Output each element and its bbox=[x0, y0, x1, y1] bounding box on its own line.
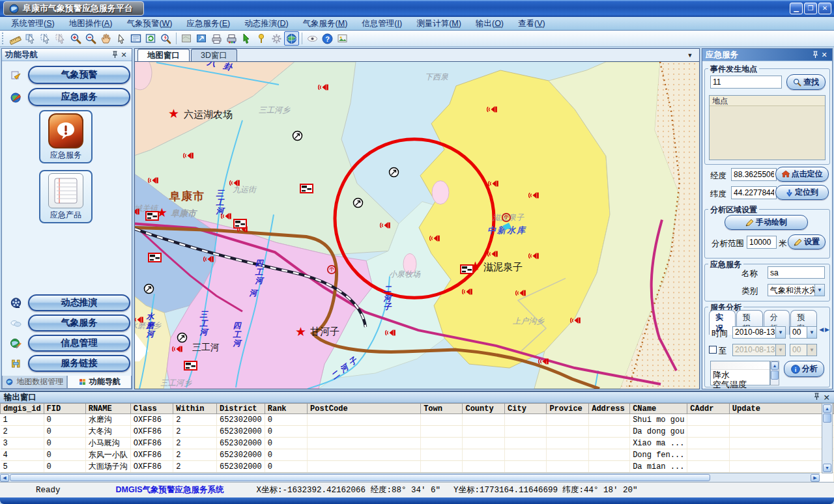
analyze-button[interactable]: i 分析 bbox=[784, 361, 824, 377]
big-button-应急服务[interactable]: 应急服务 bbox=[39, 110, 93, 163]
column-header-RNAME[interactable]: RNAME bbox=[85, 404, 130, 414]
column-header-District[interactable]: District bbox=[216, 404, 265, 414]
column-header-Address[interactable]: Address bbox=[589, 404, 630, 414]
scroll-left-icon[interactable]: ◀ bbox=[0, 474, 9, 482]
nav-button-动态推演[interactable]: 动态推演 bbox=[28, 294, 130, 311]
map-tab-dropdown-icon[interactable]: ▼ bbox=[685, 51, 695, 60]
column-header-FID[interactable]: FID bbox=[44, 404, 85, 414]
column-header-Rank[interactable]: Rank bbox=[265, 404, 307, 414]
big-button-应急产品[interactable]: 应急产品 bbox=[39, 170, 93, 223]
close-icon[interactable]: ✕ bbox=[119, 51, 128, 59]
pick-feature-icon[interactable] bbox=[239, 31, 254, 46]
column-header-CAddr[interactable]: CAddr bbox=[687, 404, 729, 414]
manual-draw-button[interactable]: 手动绘制 bbox=[725, 215, 808, 230]
minimize-button[interactable]: ▁ bbox=[790, 3, 803, 14]
weather-element-list[interactable]: 降水空气温度 bbox=[710, 361, 770, 385]
to-checkbox[interactable] bbox=[709, 346, 717, 354]
column-header-Within[interactable]: Within bbox=[173, 404, 217, 414]
click-locate-button[interactable]: 点击定位 bbox=[775, 167, 829, 182]
service-globe-icon[interactable] bbox=[284, 31, 299, 46]
menu-item-M[interactable]: 测量计算(M) bbox=[409, 17, 468, 31]
export-map-icon[interactable] bbox=[194, 31, 209, 46]
table-row[interactable]: 30小马厩沟OXFF8626523020000Xiao ma ... bbox=[1, 438, 834, 449]
left-tab-地图数据管理[interactable]: 地图数据管理 bbox=[2, 376, 67, 389]
menu-item-O[interactable]: 输出(O) bbox=[468, 17, 511, 31]
select-area-icon[interactable] bbox=[38, 31, 53, 46]
menu-item-S[interactable]: 系统管理(S) bbox=[4, 17, 62, 31]
nav-button-气象服务[interactable]: 气象服务 bbox=[28, 315, 130, 331]
column-header-PostCode[interactable]: PostCode bbox=[308, 404, 421, 414]
pan-icon[interactable] bbox=[98, 31, 113, 46]
locate-to-button[interactable]: 定位到 bbox=[775, 185, 829, 200]
identify-icon[interactable] bbox=[158, 31, 173, 46]
select-elements-icon[interactable] bbox=[23, 31, 38, 46]
table-row[interactable]: 40东风一小队OXFF8626523020000Dong fen... bbox=[1, 449, 834, 461]
measure-icon[interactable] bbox=[8, 31, 23, 46]
clear-selection-icon[interactable] bbox=[53, 31, 68, 46]
menu-item-D[interactable]: 动态推演(D) bbox=[237, 17, 295, 31]
menu-item-W[interactable]: 气象预警(W) bbox=[119, 17, 179, 31]
scroll-right-icon[interactable]: ▶ bbox=[825, 326, 829, 333]
menu-item-A[interactable]: 地图操作(A) bbox=[62, 17, 120, 31]
close-icon[interactable]: ✕ bbox=[820, 51, 829, 59]
search-button[interactable]: 查找 bbox=[786, 74, 826, 90]
location-search-input[interactable] bbox=[710, 76, 782, 89]
pin-icon[interactable] bbox=[814, 393, 820, 402]
scroll-up-icon[interactable]: ▲ bbox=[823, 404, 831, 413]
table-row[interactable]: 50大面场子沟OXFF8626523020000Da mian ... bbox=[1, 461, 834, 473]
column-header-Class[interactable]: Class bbox=[130, 404, 173, 414]
zoom-out-icon[interactable] bbox=[83, 31, 98, 46]
hour-from-select[interactable]: 00 ▼ bbox=[790, 326, 817, 339]
date-from-select[interactable]: 2010-08-13 ▼ bbox=[732, 326, 786, 339]
map-tab-3D窗口[interactable]: 3D窗口 bbox=[191, 49, 237, 61]
longitude-input[interactable] bbox=[731, 168, 777, 181]
list-item[interactable]: 空气温度 bbox=[711, 380, 769, 389]
scroll-thumb[interactable] bbox=[771, 371, 779, 380]
nav-button-应急服务[interactable]: 应急服务 bbox=[28, 88, 130, 106]
menu-item-M[interactable]: 气象服务(M) bbox=[296, 17, 355, 31]
vertical-scrollbar[interactable]: ▲ ▼ bbox=[822, 403, 833, 473]
column-header-Town[interactable]: Town bbox=[421, 404, 463, 414]
table-row[interactable]: 20大冬沟OXFF8626523020000Da dong gou bbox=[1, 426, 834, 438]
scroll-thumb[interactable] bbox=[823, 413, 831, 423]
print-icon[interactable] bbox=[209, 31, 224, 46]
column-header-Provice[interactable]: Provice bbox=[547, 404, 589, 414]
pointer-icon[interactable] bbox=[113, 31, 128, 46]
visibility-eye-icon[interactable] bbox=[305, 31, 320, 46]
help-icon[interactable]: ? bbox=[320, 31, 335, 46]
full-extent-icon[interactable] bbox=[128, 31, 143, 46]
horizontal-scrollbar[interactable]: ◀ ▶ bbox=[0, 473, 820, 482]
nav-button-气象预警[interactable]: 气象预警 bbox=[28, 66, 130, 84]
settings-gear-icon[interactable] bbox=[269, 31, 284, 46]
overview-map-icon[interactable] bbox=[179, 31, 194, 46]
column-header-City[interactable]: City bbox=[505, 404, 547, 414]
scroll-down-icon[interactable]: ▼ bbox=[823, 464, 831, 472]
list-item[interactable]: 降水 bbox=[711, 370, 769, 380]
image-export-icon[interactable] bbox=[335, 31, 350, 46]
latitude-input[interactable] bbox=[731, 186, 777, 199]
column-header-CName[interactable]: CName bbox=[630, 404, 687, 414]
left-tab-功能导航[interactable]: 功能导航 bbox=[67, 376, 132, 389]
date-to-select[interactable]: 2010-08-13 ▼ bbox=[732, 344, 786, 356]
menu-item-V[interactable]: 查看(V) bbox=[511, 17, 553, 31]
scroll-left-icon[interactable]: ◀ bbox=[819, 326, 824, 333]
location-list[interactable]: 地点 bbox=[709, 95, 826, 160]
place-marker-icon[interactable] bbox=[254, 31, 269, 46]
list-scrollbar[interactable]: ▲ bbox=[770, 361, 779, 385]
menu-item-E[interactable]: 应急服务(E) bbox=[180, 17, 238, 31]
map-tab-地图窗口[interactable]: 地图窗口 bbox=[137, 49, 190, 61]
close-icon[interactable]: ✕ bbox=[824, 393, 830, 402]
scroll-thumb[interactable] bbox=[10, 474, 710, 481]
hour-to-select[interactable]: 00 ▼ bbox=[790, 344, 817, 356]
table-row[interactable]: 10水磨沟OXFF8626523020000Shui mo gou bbox=[1, 414, 834, 426]
service-type-select[interactable]: 气象和洪水灾害 ▼ bbox=[768, 284, 825, 296]
close-button[interactable]: ✕ bbox=[818, 3, 831, 14]
pin-icon[interactable] bbox=[110, 51, 119, 59]
menu-item-I[interactable]: 信息管理(I) bbox=[354, 17, 409, 31]
set-range-button[interactable]: 设置 bbox=[788, 234, 826, 249]
pin-icon[interactable] bbox=[811, 51, 820, 59]
service-name-input[interactable] bbox=[768, 266, 825, 279]
map-canvas[interactable]: 下西泉八卦六运湖农场三工河乡九运街阜康市城关镇阜康市滋泥泉子中新水库滋泥泉子小泉… bbox=[135, 62, 699, 389]
nav-button-服务链接[interactable]: 服务链接 bbox=[28, 355, 130, 372]
print-preview-icon[interactable] bbox=[224, 31, 239, 46]
